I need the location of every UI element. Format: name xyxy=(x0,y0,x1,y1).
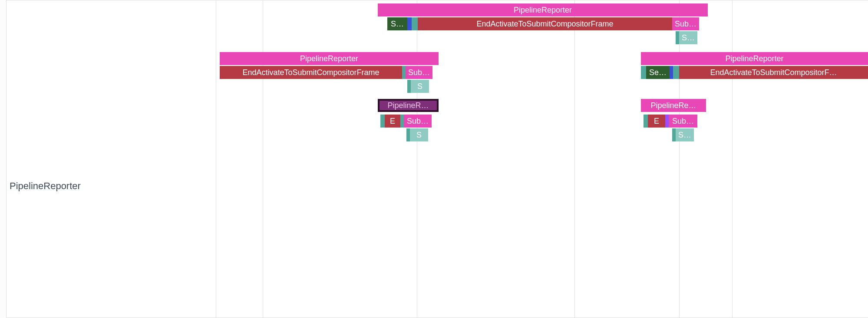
trace-slice[interactable] xyxy=(402,66,406,79)
trace-slice[interactable]: S… xyxy=(676,128,694,141)
trace-slice[interactable] xyxy=(407,80,411,93)
trace-slice[interactable] xyxy=(412,17,418,30)
trace-slice[interactable]: EndActivateToSubmitCompositorF… xyxy=(679,66,868,79)
trace-slice[interactable]: PipelineReporter xyxy=(378,3,708,16)
trace-slice[interactable] xyxy=(665,115,669,128)
trace-slice[interactable] xyxy=(380,115,385,128)
trace-slice[interactable] xyxy=(676,31,679,44)
time-grid xyxy=(0,0,868,318)
track-label-pipeline-reporter: PipelineReporter xyxy=(10,180,81,192)
trace-slice[interactable]: S… xyxy=(387,17,407,30)
trace-slice[interactable]: PipelineReporter xyxy=(220,52,439,65)
trace-slice[interactable]: Sub… xyxy=(404,115,432,128)
trace-slice[interactable]: EndActivateToSubmitCompositorFrame xyxy=(418,17,672,30)
trace-slice[interactable]: EndActivateToSubmitCompositorFrame xyxy=(220,66,402,79)
trace-slice[interactable] xyxy=(641,66,646,79)
trace-slice[interactable] xyxy=(670,66,673,79)
trace-slice[interactable]: S xyxy=(411,80,429,93)
trace-slice[interactable]: Se… xyxy=(646,66,670,79)
trace-slice[interactable]: S xyxy=(410,128,428,141)
trace-slice[interactable]: S… xyxy=(679,31,697,44)
trace-slice[interactable]: PipelineR… xyxy=(378,99,439,112)
trace-slice[interactable] xyxy=(400,115,404,128)
trace-slice[interactable]: PipelineRe… xyxy=(641,99,706,112)
trace-slice[interactable]: PipelineReporter xyxy=(641,52,868,65)
trace-slice[interactable] xyxy=(407,17,412,30)
trace-slice[interactable] xyxy=(673,66,679,79)
trace-slice[interactable] xyxy=(644,115,648,128)
trace-slice[interactable]: Sub… xyxy=(672,17,699,30)
trace-slice[interactable] xyxy=(406,128,410,141)
trace-slice[interactable]: E xyxy=(648,115,665,128)
trace-slice[interactable] xyxy=(672,128,676,141)
trace-slice[interactable]: E xyxy=(385,115,400,128)
trace-slice[interactable]: Sub… xyxy=(406,66,432,79)
left-panel xyxy=(0,0,7,318)
trace-slice[interactable]: Sub… xyxy=(669,115,697,128)
